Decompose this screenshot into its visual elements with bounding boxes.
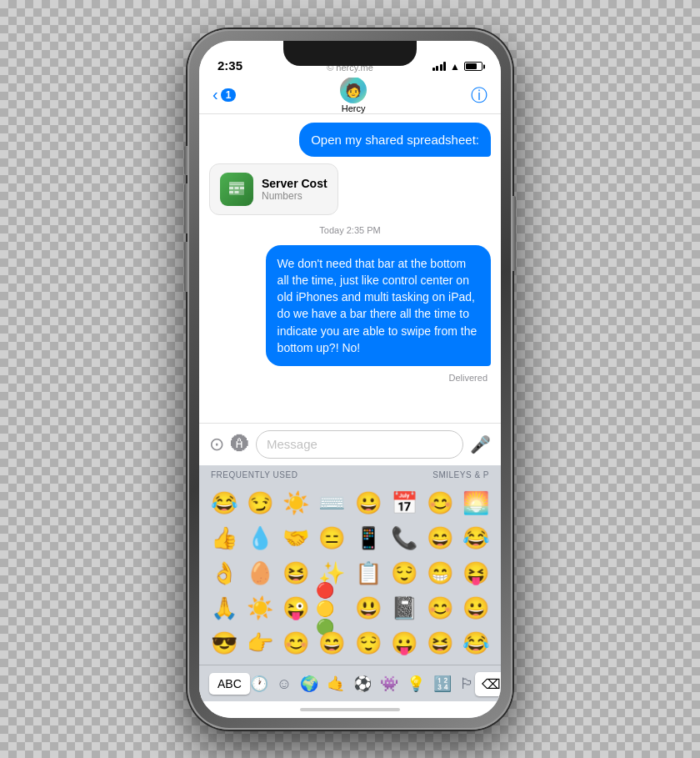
attachment-card[interactable]: Server Cost Numbers <box>209 163 338 215</box>
emoji-egg[interactable]: 🥚 <box>244 558 276 590</box>
mute-button[interactable] <box>184 146 188 175</box>
svg-rect-3 <box>235 187 239 189</box>
emoji-laughing2[interactable]: 😆 <box>280 558 312 590</box>
emoji-smile2[interactable]: 😊 <box>424 593 456 625</box>
emoji-relaxed[interactable]: 😌 <box>352 628 384 660</box>
emoji-expressionless[interactable]: 😑 <box>316 523 348 555</box>
home-bar <box>300 708 400 711</box>
call-me-icon[interactable]: 🤙 <box>327 675 345 693</box>
emoji-point-right[interactable]: 👉 <box>244 628 276 660</box>
emoji-thumbsup[interactable]: 👍 <box>208 523 240 555</box>
emoji-sunglasses[interactable]: 😎 <box>208 628 240 660</box>
game-icon[interactable]: 👾 <box>380 675 398 693</box>
emoji-sunrise[interactable]: 🌅 <box>460 488 492 520</box>
info-button[interactable]: ⓘ <box>471 84 488 107</box>
emoji-row-5: 😎 👉 😊 😄 😌 😛 😆 😂 <box>206 626 494 661</box>
app-store-icon[interactable]: 🅐 <box>231 434 249 455</box>
emoji-smile[interactable]: 😊 <box>424 488 456 520</box>
message-timestamp: Today 2:35 PM <box>209 222 491 238</box>
emoji-laughing[interactable]: 😂 <box>208 488 240 520</box>
emoji-relieved[interactable]: 😌 <box>388 558 420 590</box>
flag-icon[interactable]: 🏳 <box>460 675 475 693</box>
svg-rect-6 <box>235 191 239 193</box>
delete-button[interactable]: ⌫ <box>475 672 501 696</box>
notch <box>283 41 417 66</box>
input-area: ⊙ 🅐 Message 🎤 <box>199 423 501 465</box>
emoji-grid: 😂 😏 ☀️ ⌨️ 😀 📅 😊 🌅 👍 💧 🤝 😑 <box>199 483 501 665</box>
smileys-label: SMILEYS & P <box>432 470 489 479</box>
status-time: 2:35 <box>218 58 242 73</box>
numbers-icon <box>220 173 253 206</box>
keyboard-icon-row: 🕐 ☺ 🌍 🤙 ⚽ 👾 💡 🔢 🏳 <box>250 675 475 693</box>
emoji-stuck-out[interactable]: 😝 <box>460 558 492 590</box>
message-bubble-sent-1: Open my shared spreadsheet: <box>299 123 491 157</box>
emoji-keyboard: FREQUENTLY USED SMILEYS & P 😂 😏 ☀️ ⌨️ 😀 … <box>199 465 501 718</box>
emoji-ok-hand[interactable]: 👌 <box>208 558 240 590</box>
svg-rect-1 <box>229 182 244 185</box>
emoji-happy[interactable]: 😃 <box>352 593 384 625</box>
camera-icon[interactable]: ⊙ <box>209 434 224 455</box>
emoji-droplet[interactable]: 💧 <box>244 523 276 555</box>
emoji-sun[interactable]: ☀️ <box>280 488 312 520</box>
screen-content: 2:35 © hercy.me ▲ <box>199 41 501 718</box>
emoji-joy2[interactable]: 😂 <box>460 628 492 660</box>
globe-icon[interactable]: 🌍 <box>300 675 318 693</box>
emoji-calendar[interactable]: 📅 <box>388 488 420 520</box>
back-button[interactable]: ‹ 1 <box>212 88 236 103</box>
message-input[interactable]: Message <box>256 430 463 459</box>
emoji-notebook[interactable]: 📓 <box>388 593 420 625</box>
battery-icon <box>464 62 482 71</box>
soccer-icon[interactable]: ⚽ <box>353 675 372 693</box>
svg-rect-0 <box>229 184 244 195</box>
attachment-info: Server Cost Numbers <box>262 177 328 202</box>
number-icon[interactable]: 🔢 <box>433 675 452 693</box>
wifi-icon: ▲ <box>450 61 460 73</box>
emoji-grin[interactable]: 😄 <box>424 523 456 555</box>
emoji-sun2[interactable]: ☀️ <box>244 593 276 625</box>
message-bubble-sent-large: We don't need that bar at the bottom all… <box>266 245 491 367</box>
back-badge: 1 <box>221 88 237 102</box>
lightbulb-icon[interactable]: 💡 <box>407 675 425 693</box>
emoji-keyboard-header: FREQUENTLY USED SMILEYS & P <box>199 465 501 483</box>
emoji-folded-hands[interactable]: 🙏 <box>208 593 240 625</box>
emoji-smile3[interactable]: 😊 <box>280 628 312 660</box>
frequently-used-label: FREQUENTLY USED <box>211 470 298 479</box>
svg-rect-4 <box>240 187 244 189</box>
volume-up-button[interactable] <box>184 183 188 233</box>
microphone-icon[interactable]: 🎤 <box>470 434 491 454</box>
svg-rect-2 <box>229 187 233 189</box>
volume-down-button[interactable] <box>184 242 188 292</box>
emoji-joy[interactable]: 😂 <box>460 523 492 555</box>
emoji-satisfied[interactable]: 😀 <box>460 593 492 625</box>
emoji-grin2[interactable]: 😄 <box>316 628 348 660</box>
status-icons: ▲ <box>432 61 482 73</box>
phone-frame: 2:35 © hercy.me ▲ <box>188 29 512 730</box>
emoji-beaming[interactable]: 😁 <box>424 558 456 590</box>
abc-button[interactable]: ABC <box>209 673 250 695</box>
emoji-keyboard-sym[interactable]: ⌨️ <box>316 488 348 520</box>
delivered-status: Delivered <box>209 373 491 383</box>
emoji-telephone[interactable]: 📞 <box>388 523 420 555</box>
emoji-grinning[interactable]: 😀 <box>352 488 384 520</box>
signal-icon <box>432 62 447 71</box>
screen: 2:35 © hercy.me ▲ <box>199 41 501 718</box>
smiley-icon[interactable]: ☺ <box>277 675 292 693</box>
emoji-phone-grid[interactable]: 📱 <box>352 523 384 555</box>
emoji-laughing3[interactable]: 😆 <box>424 628 456 660</box>
emoji-row-4: 🙏 ☀️ 😜 🔴🟡🟢 😃 📓 😊 😀 <box>206 591 494 626</box>
nav-bar: ‹ 1 🧑 Hercy ⓘ <box>199 78 501 114</box>
emoji-row-2: 👍 💧 🤝 😑 📱 📞 😄 😂 <box>206 521 494 556</box>
emoji-smirk[interactable]: 😏 <box>244 488 276 520</box>
power-button[interactable] <box>512 196 516 271</box>
back-chevron-icon: ‹ <box>212 86 218 103</box>
emoji-tongue[interactable]: 😛 <box>388 628 420 660</box>
emoji-traffic-light[interactable]: 🔴🟡🟢 <box>316 593 348 625</box>
emoji-winking[interactable]: 😜 <box>280 593 312 625</box>
avatar: 🧑 <box>340 77 367 103</box>
contact-info[interactable]: 🧑 Hercy <box>340 77 367 113</box>
emoji-notepad[interactable]: 📋 <box>352 558 384 590</box>
clock-icon[interactable]: 🕐 <box>250 675 268 693</box>
keyboard-bottom-bar: ABC 🕐 ☺ 🌍 🤙 ⚽ 👾 💡 🔢 🏳 ⌫ <box>199 665 501 701</box>
emoji-row-3: 👌 🥚 😆 ✨ 📋 😌 😁 😝 <box>206 556 494 591</box>
emoji-handshake[interactable]: 🤝 <box>280 523 312 555</box>
